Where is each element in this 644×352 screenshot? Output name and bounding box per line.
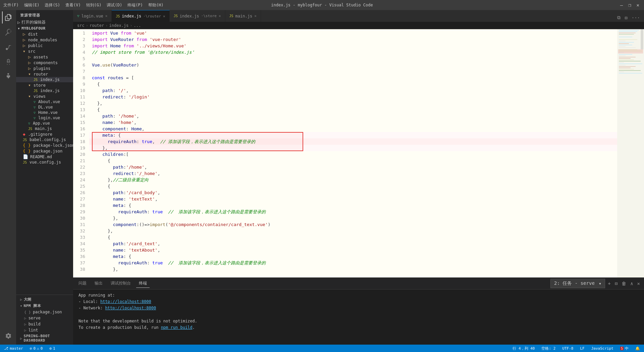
sidebar-open-editors[interactable]: ▷ 打开的编辑器 — [16, 19, 73, 26]
local-url[interactable]: http://localhost:8000 — [100, 299, 151, 304]
terminal-task-dropdown[interactable]: 2: 任务 - serve ▾ — [550, 279, 605, 288]
menu-edit[interactable]: 编辑(E) — [24, 2, 40, 8]
tab-index-js-router[interactable]: JS index.js ·\router ✕ — [112, 10, 169, 22]
sidebar-item-babel[interactable]: JS babel.config.js — [16, 137, 73, 142]
code-line: children:[ — [89, 151, 617, 158]
window-controls[interactable]: — ❐ ✕ — [619, 2, 641, 8]
sidebar-item-public[interactable]: ▷ public — [16, 43, 73, 48]
cursor-position[interactable]: 行 4，列 40 — [511, 346, 536, 351]
folder-open-icon: ▾ — [23, 49, 25, 54]
sidebar-item-store[interactable]: ▾ store — [16, 82, 73, 88]
menu-help[interactable]: 帮助(H) — [148, 2, 164, 8]
tab-close-icon[interactable]: ✕ — [254, 14, 257, 18]
activity-source-control[interactable] — [2, 41, 14, 53]
npm-package-json[interactable]: { } package.json — [16, 309, 73, 315]
sidebar-item-app-vue[interactable]: ▽ App.vue — [16, 121, 73, 126]
sidebar-item-plugins[interactable]: ▷ plugins — [16, 65, 73, 71]
code-line: requireAuth: true // 添加该字段，表示进入这个路由是需要登录… — [89, 260, 617, 266]
more-actions-button[interactable]: ··· — [630, 14, 641, 22]
tab-close-icon[interactable]: ✕ — [163, 14, 165, 18]
close-panel-button[interactable]: ✕ — [636, 280, 641, 287]
breadcrumb-router[interactable]: router — [90, 23, 104, 28]
npm-serve[interactable]: ▷ serve — [16, 315, 73, 321]
sidebar-item-gitignore[interactable]: ◆ .gitignore — [16, 131, 73, 137]
sidebar-item-readme[interactable]: 📄 README.md — [16, 154, 73, 160]
git-branch-status[interactable]: ⎇ master — [3, 346, 24, 351]
sidebar-item-label: babel.config.js — [30, 137, 66, 142]
menu-file[interactable]: 文件(F) — [3, 2, 19, 8]
menu-goto[interactable]: 转到(G) — [86, 2, 102, 8]
sidebar-item-about-vue[interactable]: ▽ About.vue — [16, 99, 73, 104]
sidebar-item-store-index[interactable]: JS index.js — [16, 88, 73, 93]
sidebar-item-router[interactable]: ▾ router — [16, 71, 73, 77]
feedback-status[interactable]: S 中 — [619, 346, 630, 351]
sidebar-item-node-modules[interactable]: ▷ node_modules — [16, 37, 73, 43]
add-terminal-button[interactable]: + — [606, 280, 612, 287]
activity-search[interactable] — [2, 26, 14, 38]
menu-debug[interactable]: 调试(D) — [107, 2, 122, 8]
code-editor[interactable]: 12345 678910 1112131415 1617181920 21222… — [73, 29, 617, 277]
breadcrumb-ellipsis[interactable]: ... — [134, 23, 141, 28]
svg-rect-21 — [619, 61, 641, 61]
sidebar-item-vue-config[interactable]: JS vue.config.js — [16, 160, 73, 165]
sidebar-item-assets[interactable]: ▷ assets — [16, 54, 73, 60]
outline-section[interactable]: ▷ 大纲 — [16, 296, 73, 303]
sidebar-item-package-lock[interactable]: { } package-lock.json — [16, 142, 73, 148]
panel-tab-debug-console[interactable]: 调试控制台 — [108, 279, 133, 288]
npm-section[interactable]: ▾ NPM 脚本 — [16, 303, 73, 309]
activity-debug[interactable] — [2, 56, 14, 68]
tab-close-icon[interactable]: ✕ — [105, 14, 108, 18]
indent-status[interactable]: 空格: 2 — [540, 346, 557, 351]
sidebar-item-router-index[interactable]: JS index.js — [16, 77, 73, 82]
sidebar-item-label: README.md — [30, 155, 52, 159]
sidebar: 资源管理器 ▷ 打开的编辑器 ▾ MYBLOGFOUR ▷ dist ▷ nod… — [16, 10, 73, 345]
panel-tab-output[interactable]: 输出 — [92, 279, 105, 288]
spring-section[interactable]: ▷ SPRING-BOOT DASHBOARD — [16, 333, 73, 343]
layout-button[interactable]: ⊟ — [623, 14, 629, 22]
activity-explorer[interactable] — [2, 11, 14, 24]
npm-build[interactable]: ▷ build — [16, 321, 73, 327]
breadcrumb-indexjs[interactable]: index.js — [109, 23, 129, 28]
split-editor-button[interactable]: ⧉ — [616, 13, 622, 22]
chevron-up-button[interactable]: ∧ — [629, 280, 634, 287]
npm-lint[interactable]: ▷ lint — [16, 327, 73, 333]
menu-terminal[interactable]: 终端(P) — [127, 2, 143, 8]
network-url[interactable]: http://localhost:8000 — [105, 306, 156, 310]
sidebar-item-package-json[interactable]: { } package.json — [16, 148, 73, 154]
sidebar-item-login-vue[interactable]: ▽ login.vue — [16, 115, 73, 121]
language-status[interactable]: JavaScript — [590, 346, 615, 351]
breadcrumb-src[interactable]: src — [77, 23, 85, 28]
code-content[interactable]: import Vue from 'vue' import VueRouter f… — [89, 29, 617, 277]
sync-icon: ⚙ — [49, 346, 52, 351]
menu-select[interactable]: 选择(S) — [45, 2, 60, 8]
sidebar-item-components[interactable]: ▷ components — [16, 60, 73, 65]
sidebar-item-main-js[interactable]: JS main.js — [16, 126, 73, 131]
sync-status[interactable]: ⚙ 1 — [48, 346, 56, 351]
sidebar-item-home-vue[interactable]: ▽ Home.vue — [16, 110, 73, 115]
tab-main-js[interactable]: JS main.js ✕ — [225, 10, 261, 22]
sidebar-item-views[interactable]: ▾ views — [16, 93, 73, 99]
activity-settings[interactable] — [2, 330, 14, 342]
encoding-status[interactable]: UTF-8 — [561, 346, 575, 351]
panel-tab-terminal[interactable]: 终端 — [136, 279, 150, 288]
tab-login-vue[interactable]: ▽ login.vue ✕ — [73, 10, 112, 22]
sidebar-item-src[interactable]: ▾ src — [16, 48, 73, 54]
panel-tab-problems[interactable]: 问题 — [76, 279, 89, 288]
line-ending-status[interactable]: LF — [579, 346, 586, 351]
minimize-button[interactable]: — — [619, 2, 624, 8]
npm-run-build-link[interactable]: npm run build — [161, 325, 193, 330]
sidebar-project[interactable]: ▾ MYBLOGFOUR — [16, 26, 73, 31]
maximize-button[interactable]: ❐ — [627, 2, 632, 8]
errors-status[interactable]: ⊘ 0 ⚠ 0 — [29, 346, 44, 351]
menu-bar[interactable]: 文件(F) 编辑(E) 选择(S) 查看(V) 转到(G) 调试(D) 终端(P… — [3, 2, 164, 8]
tab-index-js-store[interactable]: JS index.js ·\store ✕ — [170, 10, 225, 22]
sidebar-item-dl-vue[interactable]: ▽ DL.vue — [16, 104, 73, 110]
notification-status[interactable]: 🔔 — [634, 346, 641, 351]
split-terminal-button[interactable]: ⊟ — [613, 280, 619, 287]
sidebar-item-dist[interactable]: ▷ dist — [16, 31, 73, 37]
close-button[interactable]: ✕ — [635, 2, 641, 8]
delete-terminal-button[interactable]: 🗑 — [620, 280, 628, 287]
tab-close-icon[interactable]: ✕ — [219, 14, 221, 18]
menu-view[interactable]: 查看(V) — [65, 2, 81, 8]
activity-extensions[interactable] — [2, 71, 14, 83]
